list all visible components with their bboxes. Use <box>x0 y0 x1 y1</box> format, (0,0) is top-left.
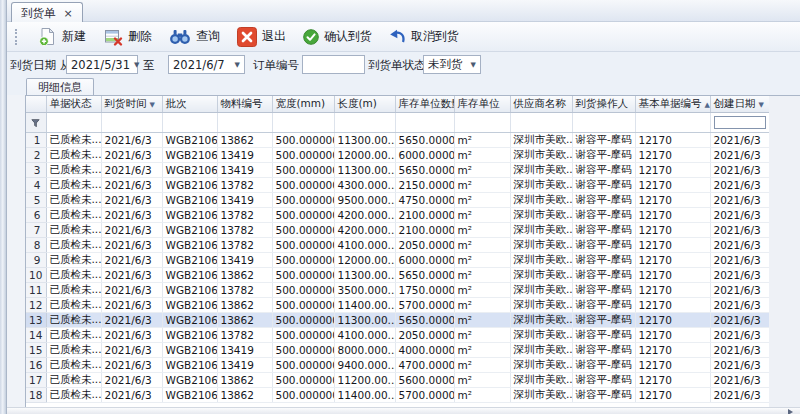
table-cell[interactable]: 谢容平-摩码 <box>572 267 635 282</box>
table-cell[interactable]: 13419 <box>217 192 272 207</box>
table-cell[interactable]: 13419 <box>217 252 272 267</box>
table-cell[interactable]: 12000.00... <box>334 252 395 267</box>
table-cell[interactable]: 12170 <box>635 387 710 402</box>
table-cell[interactable]: 深圳市美欧... <box>510 357 572 372</box>
table-cell[interactable]: 深圳市美欧... <box>510 372 572 387</box>
table-cell[interactable]: 2021/6/3 <box>101 357 162 372</box>
table-cell[interactable]: 已质检未... <box>46 207 101 222</box>
table-cell[interactable]: 4200.000... <box>334 207 395 222</box>
column-header-9[interactable]: 到货操作人 <box>572 96 635 112</box>
table-cell[interactable]: 已质检未... <box>46 267 101 282</box>
table-cell[interactable]: 2050.000000 <box>395 237 454 252</box>
table-cell[interactable]: m² <box>454 267 510 282</box>
table-cell[interactable]: 谢容平-摩码 <box>572 252 635 267</box>
table-cell[interactable]: 2021/6/3 <box>710 222 769 237</box>
table-cell[interactable]: WGB2106... <box>162 207 217 222</box>
table-cell[interactable]: 2150.000000 <box>395 177 454 192</box>
table-cell[interactable]: 12170 <box>635 282 710 297</box>
column-header-10[interactable]: 基本单据编号▲ <box>635 96 710 112</box>
table-cell[interactable]: 2021/6/3 <box>101 387 162 402</box>
table-cell[interactable]: 2021/6/3 <box>101 237 162 252</box>
table-cell[interactable]: 2021/6/3 <box>101 162 162 177</box>
table-cell[interactable]: 深圳市美欧... <box>510 192 572 207</box>
date-from-select[interactable]: 2021/5/31 ▼ <box>66 55 138 74</box>
table-cell[interactable]: 深圳市美欧... <box>510 147 572 162</box>
table-cell[interactable]: 13862 <box>217 297 272 312</box>
table-cell[interactable]: 谢容平-摩码 <box>572 312 635 327</box>
table-cell[interactable]: 500.000000 <box>272 312 334 327</box>
table-cell[interactable]: 谢容平-摩码 <box>572 162 635 177</box>
table-cell[interactable]: 13782 <box>217 237 272 252</box>
table-cell[interactable]: 2021/6/3 <box>101 312 162 327</box>
table-cell[interactable]: 4700.000000 <box>395 357 454 372</box>
table-cell[interactable]: 深圳市美欧... <box>510 282 572 297</box>
column-header-4[interactable]: 宽度(mm) <box>272 96 334 112</box>
table-cell[interactable]: 深圳市美欧... <box>510 327 572 342</box>
row-number-cell[interactable]: 7 <box>26 222 46 237</box>
table-cell[interactable]: WGB2106... <box>162 267 217 282</box>
table-cell[interactable]: 500.000000 <box>272 357 334 372</box>
table-cell[interactable]: 2021/6/3 <box>101 327 162 342</box>
table-cell[interactable]: 已质检未... <box>46 372 101 387</box>
table-cell[interactable]: m² <box>454 387 510 402</box>
table-cell[interactable]: WGB2106... <box>162 282 217 297</box>
table-cell[interactable]: 12170 <box>635 357 710 372</box>
row-number-cell[interactable]: 16 <box>26 357 46 372</box>
table-cell[interactable]: 9400.000... <box>334 357 395 372</box>
column-header-5[interactable]: 长度(m) <box>334 96 395 112</box>
table-cell[interactable]: 11400.00... <box>334 387 395 402</box>
table-cell[interactable]: 13782 <box>217 282 272 297</box>
table-cell[interactable]: 2100.000000 <box>395 222 454 237</box>
table-cell[interactable]: WGB2106... <box>162 237 217 252</box>
row-number-cell[interactable]: 12 <box>26 297 46 312</box>
horizontal-scrollbar[interactable] <box>7 407 800 414</box>
table-cell[interactable]: 深圳市美欧... <box>510 252 572 267</box>
table-cell[interactable]: 2021/6/3 <box>710 282 769 297</box>
row-number-cell[interactable]: 9 <box>26 252 46 267</box>
table-cell[interactable]: 12170 <box>635 237 710 252</box>
table-cell[interactable]: 2050.000000 <box>395 327 454 342</box>
table-cell[interactable]: 5650.000000 <box>395 162 454 177</box>
table-cell[interactable]: 500.000000 <box>272 267 334 282</box>
column-header-0[interactable]: 单据状态 <box>46 96 101 112</box>
filter-cell[interactable] <box>162 112 217 132</box>
table-cell[interactable]: 500.000000 <box>272 327 334 342</box>
table-cell[interactable]: 12170 <box>635 162 710 177</box>
table-cell[interactable]: WGB2106... <box>162 162 217 177</box>
table-cell[interactable]: 2021/6/3 <box>710 147 769 162</box>
table-cell[interactable]: WGB2106... <box>162 192 217 207</box>
table-cell[interactable]: WGB2106... <box>162 177 217 192</box>
table-cell[interactable]: 已质检未... <box>46 147 101 162</box>
table-cell[interactable]: 5650.000000 <box>395 312 454 327</box>
table-cell[interactable]: 12170 <box>635 222 710 237</box>
table-cell[interactable]: 12170 <box>635 177 710 192</box>
table-cell[interactable]: 谢容平-摩码 <box>572 372 635 387</box>
table-cell[interactable]: 500.000000 <box>272 372 334 387</box>
table-cell[interactable]: 2021/6/3 <box>710 162 769 177</box>
table-cell[interactable]: 2021/6/3 <box>710 387 769 402</box>
table-cell[interactable]: 深圳市美欧... <box>510 162 572 177</box>
table-cell[interactable]: 2021/6/3 <box>710 207 769 222</box>
order-no-input[interactable] <box>302 55 365 74</box>
table-cell[interactable]: 13782 <box>217 207 272 222</box>
table-cell[interactable]: 谢容平-摩码 <box>572 387 635 402</box>
table-cell[interactable]: 2021/6/3 <box>710 342 769 357</box>
table-cell[interactable]: 2021/6/3 <box>101 297 162 312</box>
table-cell[interactable]: 500.000000 <box>272 237 334 252</box>
table-cell[interactable]: 12170 <box>635 327 710 342</box>
table-cell[interactable]: 500.000000 <box>272 162 334 177</box>
filter-cell[interactable] <box>572 112 635 132</box>
filter-cell[interactable] <box>635 112 710 132</box>
table-cell[interactable]: 13862 <box>217 372 272 387</box>
table-cell[interactable]: m² <box>454 297 510 312</box>
table-cell[interactable]: 已质检未... <box>46 327 101 342</box>
table-cell[interactable]: 13862 <box>217 267 272 282</box>
table-cell[interactable]: 4000.000000 <box>395 342 454 357</box>
table-cell[interactable]: 2021/6/3 <box>710 327 769 342</box>
table-cell[interactable]: 9500.000... <box>334 192 395 207</box>
table-cell[interactable]: 已质检未... <box>46 252 101 267</box>
toolbar-grip-handle[interactable] <box>15 29 18 45</box>
column-header-2[interactable]: 批次 <box>162 96 217 112</box>
table-cell[interactable]: 3500.000... <box>334 282 395 297</box>
table-cell[interactable]: 5650.000000 <box>395 267 454 282</box>
